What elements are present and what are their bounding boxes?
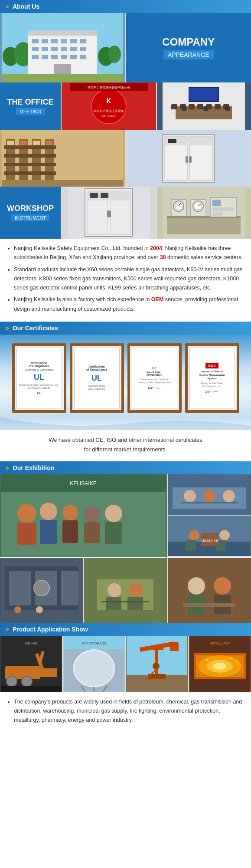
exhibition-title: Our Exhibition (13, 464, 54, 471)
oem-highlight: OEM (151, 296, 163, 302)
svg-point-176 (206, 659, 208, 661)
svg-rect-67 (189, 156, 192, 163)
cert-4-inner: KOV use of LA Mark ofQuality ManagementS… (189, 348, 235, 408)
office-meeting-label: THE OFFICE MEETING (0, 82, 61, 130)
svg-text:KELISAIKE: KELISAIKE (200, 539, 218, 542)
svg-rect-13 (32, 47, 39, 51)
product-header: » Product Application Show (0, 623, 251, 636)
description-bullet-3: Nanjing Kelisaike is also a factory with… (14, 295, 244, 314)
svg-rect-93 (212, 212, 223, 216)
cert-caption-iso: ISO (107, 437, 116, 443)
svg-rect-77 (107, 210, 109, 217)
svg-text:南京科力赛克安全设备有限公司: 南京科力赛克安全设备有限公司 (88, 86, 130, 89)
certificates-title: Our Certificates (13, 325, 58, 332)
product-title: Product Application Show (13, 626, 88, 633)
svg-rect-17 (70, 47, 77, 51)
cert-3-detail: The Authentication CertificateNanjing Ke… (138, 378, 171, 384)
description-bullet-2: Standard products include the K60 series… (14, 265, 244, 293)
exhibition-bottom-photo-2 (84, 558, 167, 623)
svg-rect-117 (186, 540, 196, 551)
svg-rect-23 (70, 55, 77, 59)
certificate-3: CE SAI GLOBALAPPENDIX A The Authenticati… (127, 343, 182, 413)
cert-2-inner: Verificationof Compliance UL Certificate… (74, 348, 120, 408)
exhibition-group-photo: KELISAIKE (0, 474, 167, 557)
cert-1-detail: Nanjing Ke Si Safety Equipment Co., Ltd.… (19, 384, 59, 390)
office-label-line2: MEETING (16, 108, 45, 115)
svg-rect-53 (4, 145, 56, 149)
exhibition-side-column: KELISAIKE (168, 474, 251, 557)
workshop-label-line1: WORKSHOP (7, 204, 54, 213)
product-photo-oil-pump (126, 636, 188, 692)
svg-point-128 (36, 606, 43, 613)
svg-point-103 (105, 505, 122, 522)
svg-rect-151 (1, 686, 62, 692)
exhibition-top-row: KELISAIKE (0, 474, 251, 557)
svg-rect-24 (80, 55, 86, 59)
description-bullet-1: Nanjing Kelisaike Safety Equipment Co., … (14, 244, 244, 263)
workshop-label-line2: INSTRUMENT (11, 214, 49, 221)
certificate-4: KOV use of LA Mark ofQuality ManagementS… (185, 343, 239, 413)
svg-rect-44 (189, 88, 218, 101)
svg-point-116 (219, 530, 230, 540)
svg-rect-58 (20, 141, 27, 145)
cabinet-photo (126, 130, 251, 187)
svg-point-131 (108, 583, 121, 597)
cert-3-logo: CE (152, 366, 157, 370)
company-photo-section: COMPANY APPEARANCE (0, 13, 251, 82)
svg-rect-78 (109, 210, 111, 217)
workshop-top-row (0, 130, 251, 187)
svg-text:METALLURGY: METALLURGY (210, 642, 230, 645)
svg-rect-91 (212, 200, 221, 206)
cert-1-logo: UL (34, 373, 44, 382)
svg-rect-75 (90, 193, 98, 198)
svg-rect-22 (61, 55, 67, 59)
svg-rect-166 (170, 642, 179, 651)
svg-rect-9 (51, 39, 58, 43)
svg-text:GAS STORAGE: GAS STORAGE (81, 641, 107, 645)
svg-rect-80 (167, 217, 241, 234)
svg-rect-38 (189, 104, 195, 109)
exhibition-bottom-photo-1 (0, 558, 83, 623)
certs-row: Verificationof Compliance Certificate of… (6, 343, 245, 413)
svg-rect-18 (80, 47, 86, 51)
svg-rect-125 (61, 571, 78, 605)
cert-1-ce: CE (37, 391, 41, 395)
svg-rect-135 (101, 601, 149, 602)
cert-2-detail: Certificate detailsSafety Equipment (88, 385, 105, 391)
workshop-label-row: WORKSHOP INSTRUMENT (0, 187, 251, 239)
svg-rect-146 (36, 668, 57, 677)
svg-point-101 (84, 506, 100, 522)
svg-rect-56 (4, 171, 56, 175)
svg-text:KELISAIKE: KELISAIKE (102, 115, 115, 118)
svg-point-111 (223, 490, 235, 502)
equipment-cabinet-photo (62, 187, 156, 239)
meeting-room-photo (157, 82, 251, 130)
exhibition-side-photo-2: KELISAIKE (168, 516, 251, 556)
cert-1-title: Verificationof Compliance (29, 362, 49, 368)
certificates-container: Verificationof Compliance Certificate of… (0, 335, 251, 417)
svg-rect-141 (183, 603, 235, 607)
svg-rect-55 (4, 163, 56, 166)
exhibition-chevron: » (5, 464, 9, 472)
product-photo-metallurgy: METALLURGY (189, 636, 251, 692)
office-label-line1: THE OFFICE (7, 98, 54, 107)
cert-3-inner: CE SAI GLOBALAPPENDIX A The Authenticati… (132, 348, 177, 408)
svg-rect-20 (42, 55, 48, 59)
cert-2-title: Verificationof Compliance (86, 365, 107, 371)
svg-text:K: K (106, 97, 111, 105)
svg-rect-133 (106, 597, 121, 610)
svg-rect-57 (7, 141, 14, 145)
svg-rect-142 (186, 607, 188, 618)
company-description: Nanjing Kelisaike Safety Equipment Co., … (0, 239, 251, 322)
certificate-1: Verificationof Compliance Certificate of… (12, 343, 66, 413)
svg-rect-41 (215, 104, 221, 109)
svg-point-137 (188, 577, 205, 595)
svg-rect-61 (2, 180, 123, 187)
header-title: About Us (13, 3, 39, 10)
wave-decoration (0, 417, 251, 430)
svg-point-47 (225, 106, 230, 111)
svg-rect-66 (186, 156, 188, 163)
svg-text:KELISAIKE: KELISAIKE (70, 480, 97, 487)
company-label-line1: COMPANY (162, 36, 215, 49)
svg-rect-60 (46, 141, 53, 145)
